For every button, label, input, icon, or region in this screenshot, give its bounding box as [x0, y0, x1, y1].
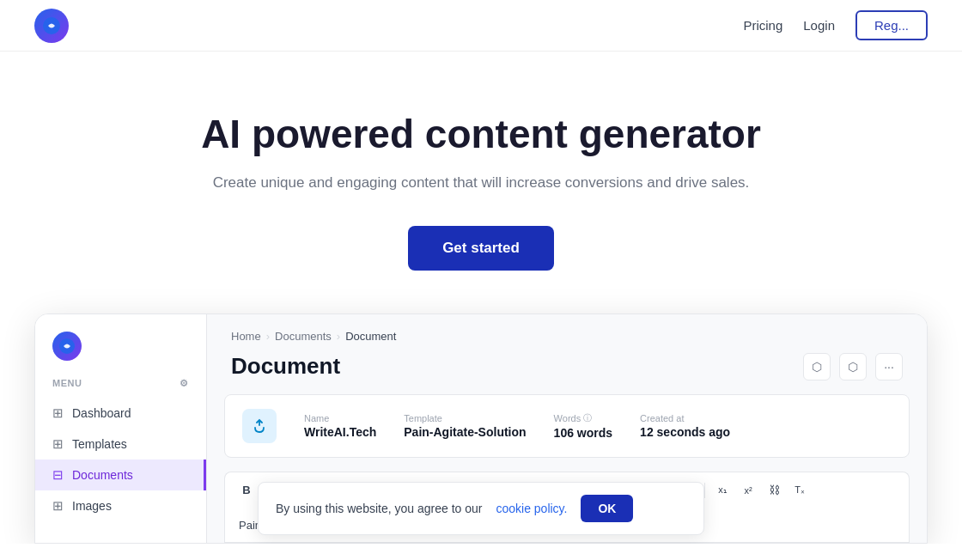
sidebar-item-label: Dashboard	[72, 406, 131, 420]
sidebar-item-dashboard[interactable]: ⊞ Dashboard	[35, 398, 206, 429]
sidebar-item-templates[interactable]: ⊞ Templates	[35, 429, 206, 460]
get-started-button[interactable]: Get started	[408, 226, 554, 271]
pricing-link[interactable]: Pricing	[743, 18, 782, 33]
more-icon: ···	[884, 360, 894, 374]
documents-icon: ⊟	[52, 467, 64, 483]
doc-title: Document	[231, 353, 340, 380]
meta-created: Created at 12 seconds ago	[640, 413, 730, 439]
cookie-ok-button[interactable]: OK	[581, 495, 633, 522]
templates-icon: ⊞	[52, 436, 64, 452]
breadcrumb-home[interactable]: Home	[231, 330, 261, 343]
breadcrumb-sep-1: ›	[266, 330, 270, 343]
doc-meta-icon	[242, 409, 277, 443]
cookie-text: By using this website, you agree to our	[276, 502, 482, 515]
sidebar-item-label: Documents	[72, 468, 133, 482]
copy-button[interactable]: ⬡	[839, 353, 867, 380]
register-button[interactable]: Reg...	[855, 10, 928, 40]
dashboard-icon: ⊞	[52, 405, 64, 421]
subscript-button[interactable]: x₁	[711, 479, 734, 502]
meta-created-label: Created at	[640, 413, 730, 423]
sidebar-logo-icon	[52, 332, 82, 361]
nav-links: Pricing Login Reg...	[743, 10, 928, 40]
breadcrumb-current: Document	[345, 330, 396, 343]
sidebar-logo	[35, 332, 206, 378]
hero-section: AI powered content generator Create uniq…	[0, 52, 962, 313]
hero-subtitle: Create unique and engaging content that …	[17, 174, 945, 192]
hero-title: AI powered content generator	[17, 112, 945, 157]
meta-created-value: 12 seconds ago	[640, 425, 730, 439]
breadcrumb-sep-2: ›	[337, 330, 340, 343]
images-icon: ⊞	[52, 498, 64, 514]
bold-button[interactable]: B	[235, 479, 258, 502]
clear-format-button[interactable]: Tₓ	[788, 479, 811, 502]
breadcrumb-documents[interactable]: Documents	[275, 330, 332, 343]
sidebar-item-label: Templates	[72, 437, 127, 451]
export-icon: ⬡	[812, 360, 822, 374]
doc-meta: Name WriteAI.Tech Template Pain-Agitate-…	[224, 394, 910, 458]
cookie-banner: By using this website, you agree to our …	[258, 482, 704, 535]
meta-words-value: 106 words	[554, 426, 612, 440]
sidebar-item-label: Images	[72, 499, 112, 513]
login-link[interactable]: Login	[803, 18, 835, 33]
sidebar-item-images[interactable]: ⊞ Images	[35, 490, 206, 521]
cookie-link[interactable]: cookie policy.	[496, 502, 567, 515]
meta-template-value: Pain-Agitate-Solution	[404, 425, 526, 439]
doc-header: Document ⬡ ⬡ ···	[207, 350, 927, 394]
superscript-button[interactable]: x²	[737, 479, 759, 502]
copy-icon: ⬡	[848, 360, 858, 374]
link-button[interactable]: ⛓	[763, 479, 785, 502]
meta-template: Template Pain-Agitate-Solution	[404, 413, 526, 439]
meta-name: Name WriteAI.Tech	[304, 413, 376, 439]
settings-icon[interactable]: ⚙	[180, 378, 189, 389]
meta-template-label: Template	[404, 413, 526, 423]
meta-name-label: Name	[304, 413, 376, 423]
breadcrumb: Home › Documents › Document	[207, 314, 927, 350]
toolbar-sep-4	[704, 483, 705, 498]
more-button[interactable]: ···	[875, 353, 903, 380]
sidebar-item-documents[interactable]: ⊟ Documents	[35, 460, 206, 490]
nav-logo	[34, 9, 69, 43]
app-preview: MENU ⚙ ⊞ Dashboard ⊞ Templates ⊟ Documen…	[17, 313, 945, 544]
sidebar: MENU ⚙ ⊞ Dashboard ⊞ Templates ⊟ Documen…	[35, 314, 207, 543]
sidebar-menu-header: MENU ⚙	[35, 378, 206, 398]
nav-bar: Pricing Login Reg...	[0, 0, 962, 52]
logo-icon	[34, 9, 69, 43]
meta-words-label: Words ⓘ	[554, 412, 612, 424]
doc-actions: ⬡ ⬡ ···	[803, 353, 903, 380]
meta-name-value: WriteAI.Tech	[304, 425, 376, 439]
info-icon: ⓘ	[583, 412, 592, 424]
meta-words: Words ⓘ 106 words	[554, 412, 612, 440]
export-button[interactable]: ⬡	[803, 353, 831, 380]
menu-label: MENU	[52, 378, 82, 388]
